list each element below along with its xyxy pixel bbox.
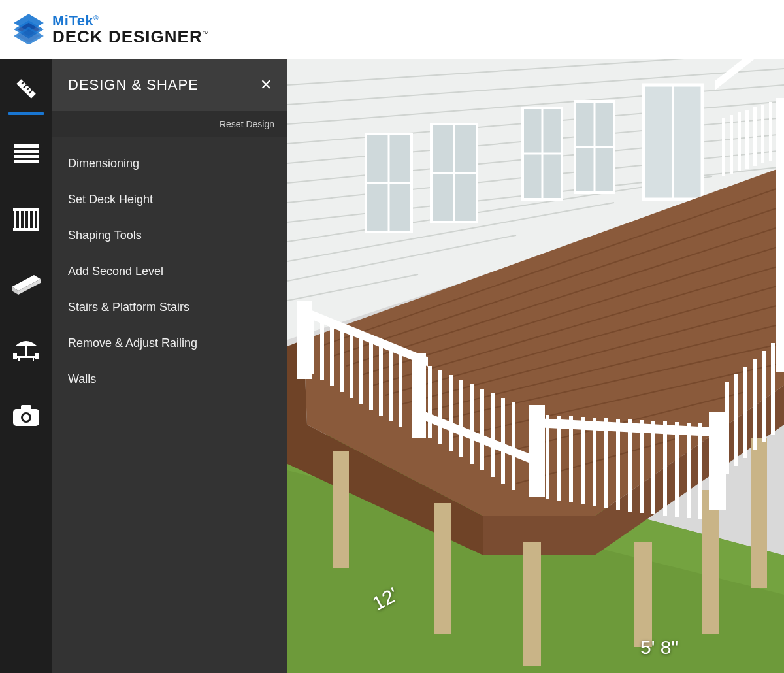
svg-rect-14 — [14, 210, 16, 229]
rail-snapshot[interactable] — [0, 397, 52, 436]
svg-rect-27 — [13, 353, 17, 359]
svg-rect-122 — [675, 422, 679, 517]
panel-header: DESIGN & SHAPE ✕ — [52, 59, 287, 111]
svg-rect-91 — [340, 324, 344, 392]
svg-rect-132 — [762, 351, 766, 442]
svg-rect-134 — [722, 118, 725, 176]
panel-item-dimensioning[interactable]: Dimensioning — [68, 157, 272, 171]
svg-rect-113 — [569, 416, 573, 502]
svg-rect-128 — [725, 382, 729, 474]
svg-rect-115 — [593, 418, 596, 506]
rail-structure[interactable] — [0, 267, 52, 306]
svg-rect-94 — [369, 336, 373, 410]
svg-rect-108 — [512, 402, 515, 490]
svg-rect-136 — [738, 112, 741, 171]
svg-rect-83 — [702, 490, 719, 634]
railing-icon — [13, 208, 39, 233]
svg-rect-124 — [698, 423, 702, 519]
svg-rect-140 — [769, 102, 772, 161]
svg-rect-127 — [776, 98, 784, 372]
svg-rect-82 — [634, 542, 652, 647]
svg-rect-120 — [651, 421, 655, 514]
svg-rect-116 — [604, 418, 608, 508]
svg-point-32 — [23, 414, 29, 421]
svg-rect-110 — [709, 412, 726, 510]
svg-rect-11 — [14, 160, 39, 163]
svg-rect-133 — [771, 343, 775, 435]
svg-rect-95 — [379, 340, 383, 416]
panel-title: DESIGN & SHAPE — [68, 76, 199, 93]
svg-rect-131 — [753, 359, 757, 450]
svg-rect-9 — [14, 150, 39, 153]
reset-design-label: Reset Design — [220, 119, 274, 129]
svg-rect-3 — [16, 79, 36, 99]
ruler-icon — [13, 76, 39, 105]
deck-render — [287, 59, 784, 673]
svg-rect-16 — [24, 210, 25, 229]
svg-rect-138 — [753, 107, 757, 166]
panel-item-shaping-tools[interactable]: Shaping Tools — [68, 229, 272, 242]
svg-rect-18 — [33, 210, 35, 229]
app-header: MiTek® DECK DESIGNER™ — [0, 0, 784, 59]
svg-rect-117 — [616, 419, 620, 510]
logo-mark-icon — [13, 12, 44, 46]
svg-rect-10 — [14, 155, 39, 158]
svg-rect-23 — [25, 346, 27, 357]
svg-rect-25 — [18, 358, 20, 361]
svg-rect-135 — [730, 115, 733, 174]
svg-rect-111 — [546, 415, 549, 499]
svg-rect-15 — [19, 210, 21, 229]
rail-railing[interactable] — [0, 201, 52, 240]
umbrella-icon — [12, 339, 41, 364]
svg-rect-123 — [687, 423, 691, 518]
svg-rect-137 — [745, 110, 749, 169]
boards-icon — [14, 144, 39, 167]
panel-item-walls[interactable]: Walls — [68, 372, 272, 386]
svg-rect-12 — [13, 208, 39, 211]
svg-rect-88 — [310, 312, 314, 374]
svg-rect-112 — [557, 416, 561, 501]
joist-icon — [12, 275, 41, 297]
svg-rect-26 — [33, 358, 34, 361]
svg-rect-28 — [35, 353, 39, 359]
panel-item-set-deck-height[interactable]: Set Deck Height — [68, 193, 272, 206]
svg-rect-13 — [13, 228, 39, 231]
dimension-label-front: 5' 8" — [640, 636, 678, 659]
svg-rect-121 — [663, 421, 667, 516]
tool-rail — [0, 59, 52, 673]
svg-rect-139 — [761, 105, 764, 163]
reset-design-button[interactable]: Reset Design — [52, 111, 287, 137]
svg-rect-101 — [438, 370, 442, 444]
svg-rect-103 — [459, 380, 463, 457]
svg-rect-97 — [399, 348, 402, 427]
rail-decking[interactable] — [0, 136, 52, 175]
panel-item-stairs[interactable]: Stairs & Platform Stairs — [68, 301, 272, 314]
svg-rect-119 — [640, 420, 644, 513]
side-panel: DESIGN & SHAPE ✕ Reset Design Dimensioni… — [52, 59, 287, 673]
panel-item-remove-adjust-railing[interactable]: Remove & Adjust Railing — [68, 336, 272, 350]
svg-rect-114 — [581, 417, 585, 504]
svg-rect-105 — [480, 389, 484, 470]
svg-rect-24 — [17, 356, 35, 358]
brand-name-top: MiTek® — [52, 14, 210, 28]
brand-logo: MiTek® DECK DESIGNER™ — [13, 12, 210, 46]
svg-rect-17 — [28, 210, 30, 229]
svg-rect-19 — [37, 210, 39, 229]
svg-rect-129 — [734, 374, 738, 466]
panel-list: Dimensioning Set Deck Height Shaping Too… — [52, 137, 287, 406]
svg-rect-84 — [751, 438, 767, 588]
svg-rect-80 — [434, 503, 451, 634]
3d-viewport[interactable]: 12' 5' 8" — [287, 59, 784, 673]
brand-name-bottom: DECK DESIGNER™ — [52, 28, 210, 45]
svg-rect-90 — [330, 320, 334, 386]
svg-rect-107 — [501, 398, 505, 484]
svg-rect-81 — [523, 542, 541, 666]
svg-rect-8 — [14, 144, 39, 148]
panel-item-add-second-level[interactable]: Add Second Level — [68, 265, 272, 278]
svg-rect-89 — [320, 316, 324, 380]
close-icon[interactable]: ✕ — [260, 76, 272, 93]
svg-rect-30 — [21, 405, 31, 410]
rail-design-shape[interactable] — [0, 71, 52, 110]
rail-accessories[interactable] — [0, 332, 52, 371]
svg-rect-100 — [428, 366, 432, 438]
